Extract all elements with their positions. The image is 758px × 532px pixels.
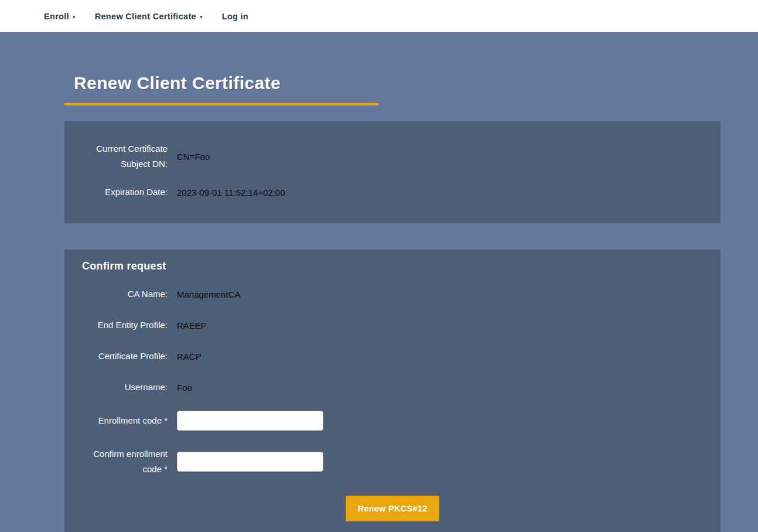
field-value: Foo bbox=[177, 383, 192, 393]
field-label: CA Name: bbox=[74, 287, 168, 302]
row-ca-name: CA Name: ManagementCA bbox=[74, 287, 711, 302]
main-content: Renew Client Certificate Current Certifi… bbox=[64, 73, 721, 532]
field-value: RACP bbox=[177, 352, 202, 362]
row-expiration-date: Expiration Date: 2023-09-01 11:52:14+02:… bbox=[74, 185, 711, 200]
chevron-down-icon: ▾ bbox=[73, 14, 76, 20]
row-current-certificate-subject-dn: Current Certificate Subject DN: CN=Foo bbox=[74, 141, 711, 172]
confirm-enrollment-code-input[interactable] bbox=[177, 452, 323, 472]
field-value: ManagementCA bbox=[177, 289, 240, 299]
page-title-block: Renew Client Certificate bbox=[64, 73, 378, 105]
nav-item-enroll-label: Enroll bbox=[44, 12, 69, 21]
field-label: Confirm enrollment code * bbox=[74, 446, 168, 477]
nav-item-enroll[interactable]: Enroll ▾ bbox=[44, 12, 76, 21]
renew-pkcs12-button[interactable]: Renew PKCS#12 bbox=[346, 496, 439, 521]
nav-item-renew-label: Renew Client Certificate bbox=[95, 12, 196, 21]
row-certificate-profile: Certificate Profile: RACP bbox=[74, 349, 711, 364]
field-label: Expiration Date: bbox=[74, 185, 168, 200]
navbar: Enroll ▾ Renew Client Certificate ▾ Log … bbox=[0, 0, 758, 32]
field-label: Enrollment code * bbox=[74, 413, 168, 428]
nav-item-log-in[interactable]: Log in bbox=[222, 12, 248, 21]
field-label: Certificate Profile: bbox=[74, 349, 168, 364]
row-username: Username: Foo bbox=[74, 380, 711, 395]
confirm-request-heading: Confirm request bbox=[82, 260, 711, 272]
field-value: RAEEP bbox=[177, 320, 207, 330]
chevron-down-icon: ▾ bbox=[200, 14, 203, 20]
nav-item-renew-client-certificate[interactable]: Renew Client Certificate ▾ bbox=[95, 12, 203, 21]
page-title: Renew Client Certificate bbox=[64, 73, 378, 93]
enrollment-code-input[interactable] bbox=[177, 411, 323, 431]
field-label: End Entity Profile: bbox=[74, 318, 168, 333]
field-value: CN=Foo bbox=[177, 152, 210, 162]
current-certificate-panel: Current Certificate Subject DN: CN=Foo E… bbox=[64, 121, 721, 223]
nav-item-login-label: Log in bbox=[222, 12, 248, 21]
row-confirm-enrollment-code: Confirm enrollment code * bbox=[74, 446, 711, 477]
field-label: Current Certificate Subject DN: bbox=[74, 141, 168, 172]
field-value: 2023-09-01 11:52:14+02:00 bbox=[177, 187, 285, 197]
row-enrollment-code: Enrollment code * bbox=[74, 411, 711, 431]
field-label: Username: bbox=[74, 380, 168, 395]
confirm-request-panel: Confirm request CA Name: ManagementCA En… bbox=[64, 250, 721, 532]
row-end-entity-profile: End Entity Profile: RAEEP bbox=[74, 318, 711, 333]
button-row: Renew PKCS#12 bbox=[74, 496, 711, 521]
